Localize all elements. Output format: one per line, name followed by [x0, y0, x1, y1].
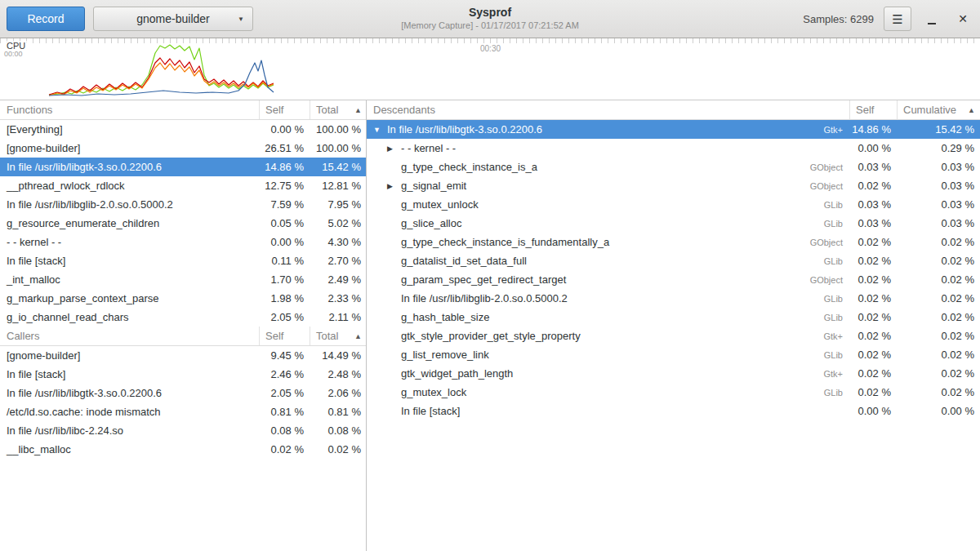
self-percent: 0.00 % [849, 142, 897, 154]
functions-row[interactable]: _int_malloc1.70 %2.49 % [0, 270, 366, 289]
descendants-row[interactable]: ▶g_signal_emitGObject0.02 %0.03 % [367, 176, 980, 195]
total-percent: 2.06 % [310, 387, 366, 399]
callers-row[interactable]: __libc_malloc0.02 %0.02 % [0, 440, 366, 459]
cumulative-column-header[interactable]: Cumulative ▲ [897, 100, 980, 119]
self-percent: 14.86 % [259, 161, 310, 173]
functions-row[interactable]: g_io_channel_read_chars2.05 %2.11 % [0, 308, 366, 327]
self-percent: 2.05 % [259, 311, 310, 323]
function-name: /etc/ld.so.cache: inode mismatch [0, 406, 259, 418]
descendant-name-cell: g_list_remove_linkGLib [367, 349, 849, 361]
functions-row[interactable]: - - kernel - -0.00 %4.30 % [0, 233, 366, 251]
total-percent: 4.30 % [310, 236, 366, 248]
descendants-row[interactable]: gtk_style_provider_get_style_propertyGtk… [367, 327, 980, 345]
collapse-arrow-icon[interactable]: ▼ [373, 126, 387, 134]
cpu-graph[interactable]: CPU 00:00 00:30 [0, 38, 980, 100]
menu-button[interactable]: ☰ [884, 7, 911, 31]
library-badge: Gtk+ [823, 369, 843, 379]
descendant-name-cell: g_type_check_instance_is_aGObject [367, 161, 849, 173]
window-title: Sysprof [401, 5, 579, 20]
function-name: g_markup_parse_context_parse [0, 292, 259, 304]
functions-row[interactable]: g_markup_parse_context_parse1.98 %2.33 % [0, 289, 366, 308]
self-percent: 0.02 % [849, 292, 897, 304]
self-percent: 0.02 % [849, 367, 897, 380]
cpu-blue-line [49, 60, 274, 96]
callers-row[interactable]: In file /usr/lib/libc-2.24.so0.08 %0.08 … [0, 421, 366, 440]
descendants-row[interactable]: g_list_remove_linkGLib0.02 %0.02 % [367, 345, 980, 364]
descendants-row[interactable]: In file /usr/lib/libglib-2.0.so.0.5000.2… [367, 289, 980, 308]
descendants-row[interactable]: In file [stack]0.00 %0.00 % [367, 402, 980, 420]
descendants-row[interactable]: g_type_check_instance_is_fundamentally_a… [367, 233, 980, 251]
callers-row[interactable]: In file [stack]2.46 %2.48 % [0, 365, 366, 384]
timeline-mid-label: 00:30 [480, 44, 501, 53]
descendants-row[interactable]: g_mutex_unlockGLib0.03 %0.03 % [367, 195, 980, 214]
cumulative-percent: 0.03 % [897, 161, 980, 173]
total-percent: 2.49 % [310, 273, 366, 286]
callers-row[interactable]: /etc/ld.so.cache: inode mismatch0.81 %0.… [0, 402, 366, 421]
process-selector-label: gnome-builder [136, 12, 210, 25]
self-percent: 0.03 % [849, 198, 897, 211]
functions-row[interactable]: [Everything]0.00 %100.00 % [0, 120, 366, 139]
total-percent: 0.02 % [310, 443, 366, 455]
library-badge: GLib [824, 219, 843, 229]
function-name: __pthread_rwlock_rdlock [0, 180, 259, 192]
total-percent: 0.81 % [310, 406, 366, 418]
function-name: - - kernel - - [401, 142, 843, 154]
close-button[interactable]: ✕ [952, 8, 973, 29]
callers-self-column-header[interactable]: Self [259, 327, 310, 345]
descendants-row[interactable]: g_datalist_id_set_data_fullGLib0.02 %0.0… [367, 251, 980, 270]
functions-row[interactable]: __pthread_rwlock_rdlock12.75 %12.81 % [0, 176, 366, 195]
function-name: In file [stack] [0, 368, 259, 380]
callers-total-column-header[interactable]: Total ▲ [310, 327, 366, 345]
descendants-row[interactable]: g_slice_allocGLib0.03 %0.03 % [367, 214, 980, 233]
descendants-row[interactable]: gtk_widget_path_lengthGtk+0.02 %0.02 % [367, 364, 980, 383]
descendants-self-column-header[interactable]: Self [849, 100, 897, 119]
cumulative-percent: 0.02 % [897, 292, 980, 304]
descendants-row[interactable]: g_hash_table_sizeGLib0.02 %0.02 % [367, 308, 980, 327]
expand-arrow-icon[interactable]: ▶ [387, 144, 401, 153]
cumulative-percent: 15.42 % [897, 123, 980, 136]
functions-row[interactable]: In file [stack]0.11 %2.70 % [0, 251, 366, 270]
total-percent: 100.00 % [310, 142, 366, 154]
functions-header: Functions Self Total ▲ [0, 100, 366, 120]
total-column-header[interactable]: Total ▲ [310, 100, 366, 119]
callers-row[interactable]: [gnome-builder]9.45 %14.49 % [0, 346, 366, 365]
descendants-row[interactable]: ▶- - kernel - -0.00 %0.29 % [367, 139, 980, 158]
self-percent: 14.86 % [849, 123, 897, 136]
descendants-column-header[interactable]: Descendants [367, 104, 849, 116]
function-name: In file /usr/lib/libglib-2.0.so.0.5000.2 [401, 292, 824, 304]
right-pane: Descendants Self Cumulative ▲ ▼In file /… [367, 100, 980, 551]
descendants-row[interactable]: g_mutex_lockGLib0.02 %0.02 % [367, 383, 980, 402]
descendants-row[interactable]: g_param_spec_get_redirect_targetGObject0… [367, 270, 980, 289]
function-name: [gnome-builder] [0, 349, 259, 362]
function-name: [Everything] [0, 123, 259, 136]
descendants-row[interactable]: ▼In file /usr/lib/libgtk-3.so.0.2200.6Gt… [367, 120, 980, 139]
self-column-header[interactable]: Self [259, 100, 310, 119]
cumulative-percent: 0.02 % [897, 330, 980, 342]
record-button[interactable]: Record [7, 7, 85, 31]
minimize-button[interactable] [921, 8, 942, 29]
functions-row[interactable]: g_resource_enumerate_children0.05 %5.02 … [0, 214, 366, 233]
process-selector-dropdown[interactable]: gnome-builder ▼ [93, 7, 253, 31]
expand-arrow-icon[interactable]: ▶ [387, 182, 401, 190]
functions-column-header[interactable]: Functions [0, 104, 259, 116]
functions-row[interactable]: In file /usr/lib/libglib-2.0.so.0.5000.2… [0, 195, 366, 214]
function-name: g_mutex_unlock [401, 198, 824, 211]
function-name: g_mutex_lock [401, 386, 824, 398]
descendants-row[interactable]: g_type_check_instance_is_aGObject0.03 %0… [367, 158, 980, 176]
callers-row[interactable]: In file /usr/lib/libgtk-3.so.0.2200.62.0… [0, 384, 366, 402]
callers-column-header[interactable]: Callers [0, 330, 259, 342]
total-percent: 14.49 % [310, 349, 366, 362]
library-badge: GObject [810, 181, 843, 191]
sort-indicator-icon: ▲ [968, 106, 975, 114]
timeline-ruler [0, 38, 980, 43]
function-name: g_slice_alloc [401, 217, 824, 229]
library-badge: Gtk+ [823, 125, 843, 135]
self-percent: 1.70 % [259, 273, 310, 286]
functions-row[interactable]: [gnome-builder]26.51 %100.00 % [0, 139, 366, 158]
self-percent: 12.75 % [259, 180, 310, 192]
functions-row[interactable]: In file /usr/lib/libgtk-3.so.0.2200.614.… [0, 158, 366, 176]
samples-count: Samples: 6299 [803, 13, 874, 25]
function-name: In file /usr/lib/libgtk-3.so.0.2200.6 [0, 387, 259, 399]
function-name: In file /usr/lib/libgtk-3.so.0.2200.6 [0, 161, 259, 173]
function-name: [gnome-builder] [0, 142, 259, 154]
